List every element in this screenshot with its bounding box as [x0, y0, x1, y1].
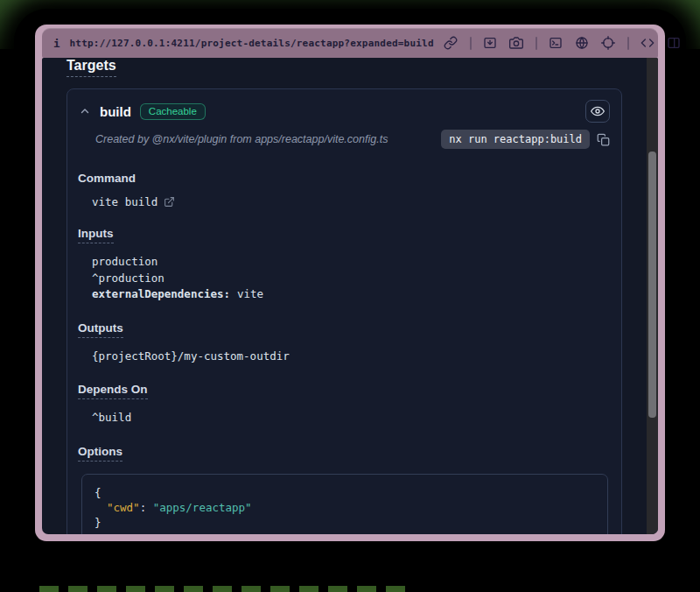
browser-toolbar: i http://127.0.0.1:4211/project-details/… — [42, 28, 658, 58]
input-item: ^production — [92, 271, 610, 287]
toolbar-divider — [536, 37, 537, 50]
depends-on-label[interactable]: Depends On — [78, 383, 148, 399]
input-item: production — [92, 254, 610, 271]
browser-window: i http://127.0.0.1:4211/project-details/… — [35, 25, 665, 541]
created-by-text: Created by @nx/vite/plugin from apps/rea… — [95, 133, 388, 145]
command-section: Command vite build — [78, 170, 610, 208]
code-icon[interactable] — [640, 36, 655, 51]
info-icon: i — [53, 37, 60, 50]
toolbar-actions — [444, 36, 682, 51]
json-value: "apps/reactapp" — [153, 501, 252, 514]
targets-heading: Targets — [66, 58, 116, 77]
build-target-sections: Command vite build Inputs — [67, 158, 621, 534]
link-icon[interactable] — [444, 36, 458, 51]
build-target-header[interactable]: build Cacheable — [67, 89, 621, 128]
json-line: } — [94, 515, 595, 530]
output-item: {projectRoot}/my-custom-outdir — [92, 349, 610, 365]
cacheable-badge: Cacheable — [140, 103, 206, 120]
toolbar-divider — [470, 37, 472, 50]
depends-on-section: Depends On ^build — [78, 381, 610, 426]
camera-icon[interactable] — [509, 36, 524, 51]
options-json-block: { "cwd": "apps/reactapp" } — [81, 474, 608, 535]
crosshair-icon[interactable] — [601, 36, 616, 51]
json-line: { — [94, 485, 595, 500]
project-details-page: Targets build Cacheable Created by @nx/v… — [42, 58, 658, 534]
split-panel-icon[interactable] — [667, 36, 682, 51]
command-label: Command — [78, 172, 136, 185]
external-dependencies-key: externalDependencies: — [92, 287, 230, 300]
command-value: vite build — [92, 195, 158, 208]
address-bar-url[interactable]: http://127.0.0.1:4211/project-details/re… — [70, 38, 434, 49]
view-target-graph-button[interactable] — [585, 100, 610, 123]
outputs-label[interactable]: Outputs — [78, 321, 123, 338]
eye-icon — [591, 104, 605, 118]
download-icon[interactable] — [483, 36, 498, 51]
options-section: Options { "cwd": "apps/reactapp" } — [78, 443, 610, 535]
scrollbar-thumb[interactable] — [648, 152, 656, 418]
desktop-bottom-pattern — [39, 586, 405, 592]
run-command-chip: nx run reactapp:build — [441, 130, 590, 149]
json-separator: : — [140, 501, 153, 514]
outputs-section: Outputs {projectRoot}/my-custom-outdir — [78, 320, 610, 365]
copy-icon[interactable] — [597, 133, 610, 146]
toolbar-divider — [627, 37, 629, 50]
terminal-icon[interactable] — [549, 36, 564, 51]
chevron-up-icon[interactable] — [79, 105, 91, 117]
json-key: "cwd" — [107, 501, 140, 514]
globe-icon[interactable] — [575, 36, 590, 51]
target-name: build — [100, 104, 131, 119]
inputs-label[interactable]: Inputs — [78, 227, 114, 243]
build-target-subheader: Created by @nx/vite/plugin from apps/rea… — [67, 128, 621, 158]
external-link-icon[interactable] — [164, 196, 175, 208]
depends-on-item: ^build — [92, 410, 610, 426]
options-label[interactable]: Options — [78, 445, 122, 462]
scrollbar[interactable] — [647, 58, 658, 534]
build-target-card: build Cacheable Created by @nx/vite/plug… — [66, 88, 622, 534]
external-dependencies-value: vite — [237, 287, 263, 300]
json-line: "cwd": "apps/reactapp" — [94, 500, 595, 515]
run-command-group: nx run reactapp:build — [441, 130, 610, 149]
inputs-section: Inputs production ^production externalDe… — [78, 225, 610, 303]
input-item: externalDependencies:vite — [92, 286, 610, 303]
